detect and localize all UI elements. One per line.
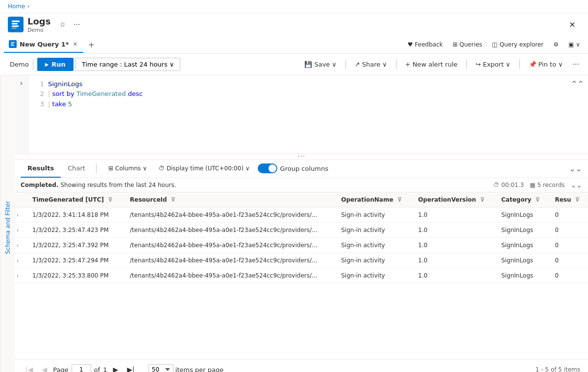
- time-generated-filter-icon[interactable]: ⊽: [108, 196, 113, 203]
- table-header-row: TimeGenerated [UTC] ⊽ ResourceId ⊽ Opera…: [15, 192, 588, 208]
- resource-id-cell: /tenants/4b2462a4-bbee-495a-a0e1-f23ae52…: [124, 222, 335, 237]
- last-page-button[interactable]: ▶|: [124, 364, 137, 372]
- operation-name-cell: Sign-in activity: [335, 222, 412, 237]
- status-completed: Completed.: [21, 182, 58, 188]
- export-button[interactable]: ↪ Export ∨: [471, 58, 515, 70]
- results-tab-chart[interactable]: Chart: [61, 160, 92, 178]
- next-page-button[interactable]: ▶: [110, 364, 122, 372]
- display-time-button[interactable]: ⏱ Display time (UTC+00:00) ∨: [155, 163, 254, 174]
- pagination-range: 1 - 5 of 5 items: [536, 366, 580, 372]
- query-explorer-button[interactable]: ◫ Query explorer: [488, 39, 547, 50]
- tab-label: New Query 1*: [20, 41, 69, 48]
- operation-version-cell: 1.0: [412, 207, 495, 222]
- group-columns-toggle-container: Group columns: [258, 163, 328, 173]
- tab-close-button[interactable]: ✕: [72, 40, 78, 48]
- results-tabs: Results Chart ⊞ Columns ∨ ⏱ Display time…: [15, 160, 588, 178]
- category-header: Category ⊽: [495, 192, 549, 208]
- page-input[interactable]: [72, 364, 91, 372]
- queries-button[interactable]: ⊞ Queries: [449, 39, 486, 50]
- time-generated-cell: 1/3/2022, 3:25:47.392 PM: [26, 237, 124, 253]
- share-button[interactable]: ↗ Share ∨: [350, 58, 392, 70]
- result-cell: 0: [549, 237, 588, 253]
- save-button[interactable]: 💾 Save ∨: [299, 58, 341, 70]
- pin-icon: 📌: [529, 61, 537, 68]
- operation-name-cell: Sign-in activity: [335, 207, 412, 222]
- row-expand-chevron[interactable]: ›: [17, 212, 19, 218]
- result-cell: 0: [549, 222, 588, 237]
- columns-icon: ⊞: [108, 165, 113, 172]
- first-page-button[interactable]: |◀: [23, 364, 36, 372]
- more-toolbar-button[interactable]: ···: [570, 58, 582, 70]
- time-generated-cell: 1/3/2022, 3:25:47.423 PM: [26, 222, 124, 237]
- more-options-button[interactable]: ···: [71, 19, 83, 30]
- breadcrumb: Home ›: [0, 0, 588, 13]
- editor-line-1: 1 SigninLogs: [32, 79, 588, 90]
- category-cell: SignInLogs: [495, 222, 549, 237]
- items-per-page-select[interactable]: 10 25 50 100 200: [148, 364, 173, 372]
- time-generated-header: TimeGenerated [UTC] ⊽: [26, 192, 124, 208]
- columns-chevron-icon: ∨: [143, 165, 147, 172]
- operation-name-cell: Sign-in activity: [335, 253, 412, 268]
- resource-id-filter-icon[interactable]: ⊽: [171, 196, 176, 203]
- result-filter-icon[interactable]: ⊽: [575, 196, 580, 203]
- toggle-knob: [269, 164, 276, 172]
- results-tab-right: ⌄⌄: [569, 164, 582, 173]
- expand-records-button[interactable]: ⌄⌄: [571, 181, 582, 189]
- breadcrumb-home[interactable]: Home: [8, 3, 25, 10]
- app-header-actions: ☆ ···: [56, 19, 83, 30]
- tab-add-button[interactable]: +: [84, 38, 98, 51]
- run-button[interactable]: ▶ Run: [37, 58, 74, 71]
- clock-icon: ⏱: [159, 165, 165, 172]
- resource-id-cell: /tenants/4b2462a4-bbee-495a-a0e1-f23ae52…: [124, 207, 335, 222]
- collapse-editor-button[interactable]: ⌃⌃: [571, 79, 584, 89]
- row-expand-chevron[interactable]: ›: [17, 243, 19, 248]
- time-range-button[interactable]: Time range : Last 24 hours ∨: [75, 58, 180, 71]
- drag-handle[interactable]: ···: [15, 154, 588, 160]
- row-expand-chevron[interactable]: ›: [17, 258, 19, 263]
- share-icon: ↗: [355, 61, 360, 68]
- group-columns-toggle[interactable]: [258, 163, 277, 173]
- app-title: Logs: [27, 16, 50, 27]
- workspace-label: Demo: [6, 59, 33, 70]
- category-cell: SignInLogs: [495, 207, 549, 222]
- pin-to-button[interactable]: 📌 Pin to ∨: [524, 58, 568, 70]
- table-icon: ▦: [530, 182, 535, 188]
- row-expand-chevron[interactable]: ›: [17, 273, 19, 279]
- tab-new-query-1[interactable]: New Query 1* ✕: [4, 36, 83, 53]
- feedback-button[interactable]: ♥ Feedback: [404, 39, 447, 50]
- row-expand-chevron[interactable]: ›: [17, 228, 19, 233]
- chevron-down-icon: ∨: [170, 61, 174, 68]
- app-subtitle: Demo: [27, 27, 50, 33]
- expand-results-button[interactable]: ⌄⌄: [569, 164, 582, 173]
- code-editor[interactable]: 1 SigninLogs 2 | sort by TimeGenerated d…: [28, 75, 588, 114]
- operation-name-filter-icon[interactable]: ⊽: [397, 196, 402, 203]
- operation-name-header: OperationName ⊽: [335, 192, 412, 208]
- tabs-bar: New Query 1* ✕ + ♥ Feedback ⊞ Queries ◫ …: [0, 36, 588, 54]
- collapse-sidebar-icon[interactable]: ›: [20, 78, 23, 88]
- settings-button[interactable]: ⚙: [549, 39, 563, 50]
- prev-page-button[interactable]: ◀: [39, 364, 50, 372]
- svg-rect-1: [12, 23, 18, 24]
- close-button[interactable]: ✕: [564, 17, 580, 32]
- schema-filter-panel[interactable]: Schema and Filter: [0, 75, 15, 372]
- results-tab-results[interactable]: Results: [21, 160, 61, 178]
- favorite-button[interactable]: ☆: [56, 19, 69, 30]
- new-alert-rule-button[interactable]: + New alert rule: [400, 58, 463, 70]
- status-bar: Completed. Showing results from the last…: [15, 178, 588, 192]
- columns-button[interactable]: ⊞ Columns ∨: [104, 163, 151, 174]
- table-row: › 1/3/2022, 3:25:47.423 PM /tenants/4b24…: [15, 222, 588, 237]
- time-generated-cell: 1/3/2022, 3:41:14.818 PM: [26, 207, 124, 222]
- category-filter-icon[interactable]: ⊽: [536, 196, 540, 203]
- resource-id-header: ResourceId ⊽: [124, 192, 335, 208]
- time-generated-cell: 1/3/2022, 3:25:33.800 PM: [26, 268, 124, 283]
- query-icon: [10, 42, 15, 46]
- operation-version-filter-icon[interactable]: ⊽: [480, 196, 485, 203]
- svg-rect-2: [12, 25, 19, 27]
- alert-plus-icon: +: [405, 61, 411, 68]
- results-table: TimeGenerated [UTC] ⊽ ResourceId ⊽ Opera…: [15, 192, 588, 283]
- query-time: ⏱ 00:01.3: [493, 182, 524, 188]
- operation-version-cell: 1.0: [412, 237, 495, 253]
- operation-version-cell: 1.0: [412, 253, 495, 268]
- view-toggle-button[interactable]: ▣ ∨: [564, 39, 584, 50]
- table-row: › 1/3/2022, 3:41:14.818 PM /tenants/4b24…: [15, 207, 588, 222]
